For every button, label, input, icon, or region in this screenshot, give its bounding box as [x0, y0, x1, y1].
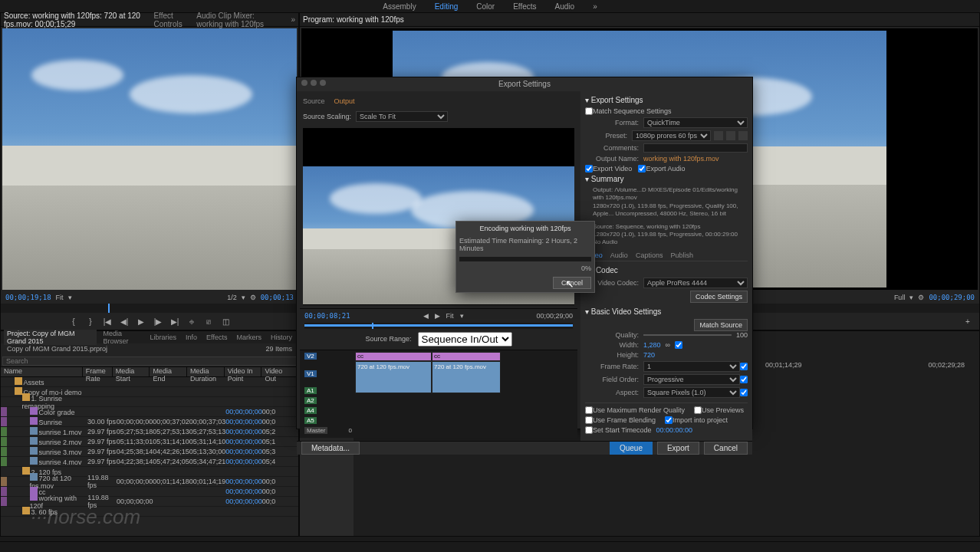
project-search-input[interactable] — [2, 356, 297, 366]
export-button[interactable]: Export — [657, 442, 699, 455]
match-source-button[interactable]: Match Source — [694, 319, 748, 331]
comments-input[interactable] — [643, 143, 748, 153]
export-fit-dropdown[interactable]: Fit — [446, 312, 454, 320]
export-subtab-publish[interactable]: Publish — [670, 251, 693, 259]
clip-label[interactable]: 720 at 120 fps.mov — [357, 363, 409, 370]
project-item[interactable]: 1. Sunrise remapping — [1, 397, 298, 407]
project-item[interactable]: sunrise 2.mov29.97 fps05;11;33;0105;31;1… — [1, 437, 298, 447]
max-render-checkbox[interactable] — [585, 406, 593, 414]
chevron-down-icon[interactable]: ▾ — [68, 294, 72, 301]
export-subtab-audio[interactable]: Audio — [610, 251, 628, 259]
workspace-assembly[interactable]: Assembly — [383, 2, 416, 11]
export-tab-output[interactable]: Output — [334, 97, 355, 105]
export-prev-icon[interactable]: ◀ — [423, 312, 429, 320]
clip-label[interactable]: 720 at 120 fps.mov — [434, 363, 486, 370]
source-fit-dropdown[interactable]: Fit — [56, 294, 64, 301]
col-videoin[interactable]: Video In Point — [225, 367, 262, 376]
mark-in-icon[interactable]: { — [68, 316, 79, 327]
frame-blend-checkbox[interactable] — [585, 416, 593, 424]
cancel-button[interactable]: Cancel — [704, 442, 748, 455]
col-mediastart[interactable]: Media Start — [113, 367, 150, 376]
source-scrubber[interactable] — [1, 304, 298, 313]
project-item[interactable]: Color grade00;00;00;0000;0 — [1, 407, 298, 417]
track-header-a4[interactable]: A4 — [301, 406, 355, 416]
program-fit-dropdown[interactable]: Full — [894, 294, 906, 301]
window-controls[interactable] — [301, 80, 326, 86]
link-icon[interactable]: ∞ — [666, 341, 670, 349]
workspace-editing[interactable]: Editing — [435, 2, 459, 11]
project-item[interactable]: sunrise 3.mov29.97 fps04;25;38;1404;42;2… — [1, 447, 298, 457]
track-header-a1[interactable]: A1 — [301, 386, 355, 396]
save-preset-icon[interactable] — [714, 131, 723, 140]
fieldorder-dropdown[interactable]: Progressive — [643, 374, 740, 385]
quality-value[interactable]: 100 — [736, 331, 748, 339]
match-sequence-checkbox[interactable] — [585, 107, 593, 115]
export-frame-icon[interactable]: ◫ — [220, 316, 231, 327]
chevron-down-icon[interactable]: ▾ — [460, 312, 464, 320]
width-lock-checkbox[interactable] — [675, 341, 682, 349]
use-previews-checkbox[interactable] — [694, 406, 702, 414]
framerate-dropdown[interactable]: 1 — [643, 361, 740, 372]
workspace-more-icon[interactable]: » — [593, 2, 597, 11]
col-framerate[interactable]: Frame Rate — [83, 367, 113, 376]
delete-preset-icon[interactable] — [738, 131, 748, 140]
step-back-icon[interactable]: ◀| — [119, 316, 130, 327]
gear-icon[interactable]: ⚙ — [918, 294, 924, 301]
export-subtab-captions[interactable]: Captions — [636, 251, 663, 259]
project-item[interactable]: Sunrise30.00 fps00;00;00;0000;00;37;0200… — [1, 417, 298, 427]
tab-libraries[interactable]: Libraries — [147, 334, 180, 341]
col-mediadur[interactable]: Media Duration — [187, 367, 225, 376]
col-name[interactable]: Name — [1, 367, 83, 376]
add-marker-icon[interactable]: + — [962, 316, 973, 327]
start-tc-checkbox[interactable] — [585, 426, 593, 434]
preset-dropdown[interactable]: 1080p prores 60 fps — [632, 130, 711, 141]
project-item[interactable]: sunrise 1.mov29.97 fps05;27;53;1805;27;5… — [1, 427, 298, 437]
tab-info[interactable]: Info — [183, 334, 200, 341]
export-audio-checkbox[interactable] — [638, 165, 646, 172]
height-value[interactable]: 720 — [643, 351, 655, 359]
tab-project[interactable]: Project: Copy of MGM Grand 2015 — [4, 330, 97, 345]
export-video-checkbox[interactable] — [585, 165, 593, 172]
fieldorder-lock-checkbox[interactable] — [740, 376, 748, 383]
output-name-link[interactable]: working with 120fps.mov — [643, 155, 748, 163]
workspace-audio[interactable]: Audio — [555, 2, 575, 11]
chevron-down-icon[interactable]: ▾ — [909, 294, 913, 301]
queue-button[interactable]: Queue — [610, 442, 653, 455]
project-item[interactable]: sunrise 4.mov29.97 fps04;22;38;1405;47;2… — [1, 457, 298, 467]
project-item[interactable]: 720 at 120 fps.mov119.88 fps00;00;00;000… — [1, 477, 298, 487]
source-playhead-timecode[interactable]: 00;00;19;18 — [5, 294, 51, 301]
track-master[interactable]: Master0 — [301, 426, 355, 436]
workspace-color[interactable]: Color — [476, 2, 495, 11]
metadata-button[interactable]: Metadata... — [301, 442, 360, 455]
gear-icon[interactable]: ⚙ — [250, 294, 256, 301]
track-header-a5[interactable]: A5 — [301, 416, 355, 426]
mark-out-icon[interactable]: } — [85, 316, 96, 327]
insert-icon[interactable]: ⎆ — [186, 316, 197, 327]
source-tab-audio-mixer[interactable]: Audio Clip Mixer: working with 120fps — [196, 12, 281, 28]
source-tab-effect-controls[interactable]: Effect Controls — [153, 12, 187, 28]
export-range-bar[interactable] — [304, 323, 573, 329]
aspect-dropdown[interactable]: Square Pixels (1.0) — [643, 387, 740, 398]
source-tab-more-icon[interactable]: » — [291, 15, 295, 24]
col-mediaend[interactable]: Media End — [150, 367, 187, 376]
source-scaling-dropdown[interactable]: Scale To Fit — [356, 111, 448, 122]
track-header-v2[interactable]: V2 — [301, 352, 355, 362]
overwrite-icon[interactable]: ⎚ — [203, 316, 214, 327]
format-dropdown[interactable]: QuickTime — [643, 117, 748, 128]
track-header-v1[interactable]: V1 — [301, 362, 355, 386]
export-tab-source[interactable]: Source — [303, 97, 325, 105]
import-project-checkbox[interactable] — [665, 416, 673, 424]
codec-settings-button[interactable]: Codec Settings — [690, 291, 748, 303]
col-videoout[interactable]: Video Out — [261, 367, 298, 376]
import-preset-icon[interactable] — [726, 131, 735, 140]
track-header-a2[interactable]: A2 — [301, 396, 355, 406]
export-start-tc[interactable]: 00;00;08;21 — [304, 312, 350, 320]
export-next-icon[interactable]: ▶ — [435, 312, 440, 320]
tab-markers[interactable]: Markers — [233, 334, 265, 341]
source-ratio[interactable]: 1/2 — [227, 294, 237, 301]
encoding-cancel-button[interactable]: Cancel — [553, 277, 591, 289]
step-fwd-icon[interactable]: |▶ — [153, 316, 163, 327]
tab-effects[interactable]: Effects — [203, 334, 230, 341]
source-video[interactable] — [2, 28, 297, 290]
program-tab[interactable]: Program: working with 120fps — [303, 15, 404, 24]
